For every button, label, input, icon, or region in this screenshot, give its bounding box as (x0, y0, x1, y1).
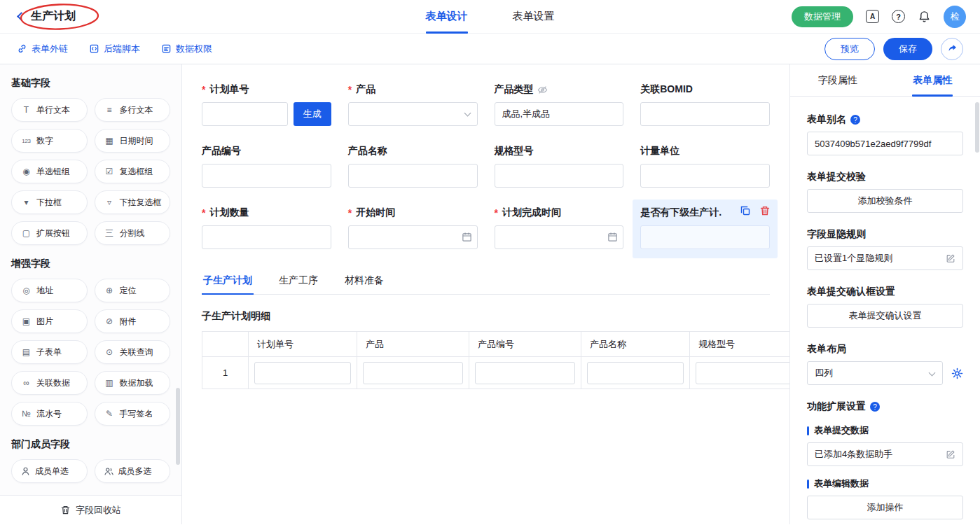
canvas-field-spec[interactable]: 规格型号 (495, 144, 624, 188)
product-name-input[interactable] (348, 164, 478, 188)
tab-form-design[interactable]: 表单设计 (426, 0, 468, 34)
canvas-field-sub-plan-flag-selected[interactable]: 是否有下级生产计. (633, 200, 778, 258)
field-item-extend-button[interactable]: ▢扩展按钮 (11, 221, 88, 245)
table-product-input[interactable] (363, 362, 463, 384)
product-type-input[interactable] (495, 102, 624, 126)
field-item-number[interactable]: 123数字 (11, 129, 88, 153)
copy-icon[interactable] (740, 205, 751, 216)
table-spec-input[interactable] (696, 362, 789, 384)
subtab-sub-production-plan[interactable]: 子生产计划 (202, 274, 254, 294)
help-icon[interactable]: ? (892, 10, 905, 23)
canvas-field-product-code[interactable]: 产品编号 (202, 144, 331, 188)
plan-qty-input[interactable] (202, 225, 331, 249)
field-item-signature[interactable]: ✎手写签名 (95, 402, 171, 426)
field-recycle-bin-label: 字段回收站 (76, 504, 121, 517)
tab-field-properties[interactable]: 字段属性 (790, 64, 885, 96)
field-item-address[interactable]: ◎地址 (11, 279, 88, 302)
number-icon: 123 (20, 138, 32, 144)
help-icon[interactable]: ? (870, 402, 880, 412)
finish-time-input[interactable] (495, 225, 624, 249)
submit-data-box[interactable]: 已添加4条数据助手 (807, 442, 963, 466)
table-plan-no-input[interactable] (254, 362, 351, 384)
help-icon[interactable]: ? (850, 115, 860, 125)
field-item-checkbox-group[interactable]: ☑复选框组 (95, 160, 171, 183)
canvas-field-unit[interactable]: 计量单位 (640, 144, 770, 188)
delete-icon[interactable] (759, 205, 771, 216)
bom-id-input[interactable] (640, 102, 770, 126)
product-code-input[interactable] (202, 164, 331, 188)
visibility-rules-box[interactable]: 已设置1个显隐规则 (807, 246, 963, 270)
field-item-multi-line-text[interactable]: ≡多行文本 (95, 98, 171, 122)
subtab-production-process[interactable]: 生产工序 (277, 274, 319, 294)
visibility-rules-label: 字段显隐规则 (807, 228, 963, 241)
backend-script-action[interactable]: 后端脚本 (89, 43, 140, 55)
add-operation-button[interactable]: 添加操作 (807, 496, 963, 519)
edit-icon[interactable] (946, 449, 955, 459)
generate-button[interactable]: 生成 (294, 102, 331, 126)
field-item-member-multi[interactable]: 成员多选 (95, 459, 171, 483)
tab-form-settings[interactable]: 表单设置 (513, 0, 555, 34)
gear-icon[interactable] (951, 368, 963, 379)
canvas-field-product[interactable]: *产品 (348, 83, 478, 126)
edit-icon[interactable] (946, 253, 955, 263)
field-item-serial-number[interactable]: №流水号 (11, 402, 88, 426)
start-time-input[interactable] (348, 225, 478, 249)
canvas-field-plan-qty[interactable]: *计划数量 (202, 206, 331, 249)
field-item-divider[interactable]: 三分割线 (95, 221, 171, 245)
table-product-code-input[interactable] (475, 362, 575, 384)
canvas-field-plan-no[interactable]: *计划单号 生成 (202, 83, 331, 126)
canvas-field-product-name[interactable]: 产品名称 (348, 144, 478, 188)
field-item-data-load[interactable]: ▥数据加载 (95, 371, 171, 395)
sub-plan-flag-input[interactable] (640, 225, 770, 249)
form-alias-label: 表单别名 ? (807, 113, 963, 126)
unit-input[interactable] (640, 164, 770, 188)
field-item-linked-data[interactable]: ∞关联数据 (11, 371, 88, 395)
data-manage-button[interactable]: 数据管理 (792, 6, 853, 27)
field-item-attachment[interactable]: ⊘附件 (95, 309, 171, 333)
bell-icon[interactable] (918, 10, 931, 23)
field-item-linked-query[interactable]: ⊙关联查询 (95, 340, 171, 364)
preview-button[interactable]: 预览 (824, 38, 875, 60)
plan-no-input[interactable] (202, 102, 288, 126)
canvas-field-product-type[interactable]: 产品类型 (495, 83, 624, 126)
spec-input[interactable] (495, 164, 624, 188)
field-item-member-single[interactable]: 成员单选 (11, 459, 88, 483)
share-button[interactable] (941, 38, 963, 60)
tab-form-properties[interactable]: 表单属性 (885, 64, 980, 96)
field-item-radio-group[interactable]: ◉单选钮组 (11, 160, 88, 183)
add-validation-button[interactable]: 添加校验条件 (807, 189, 963, 213)
field-recycle-bin[interactable]: 字段回收站 (0, 495, 181, 524)
back-button[interactable] (14, 10, 28, 24)
panel-scrollbar[interactable] (975, 102, 979, 153)
field-item-image[interactable]: ▣图片 (11, 309, 88, 333)
form-link-action[interactable]: 表单外链 (17, 43, 68, 55)
layout-select[interactable]: 四列 (807, 361, 943, 385)
header-actions: 数据管理 A ? 检 (792, 6, 966, 28)
form-canvas: *计划单号 生成 *产品 产品类型 关联BOMID (182, 64, 789, 524)
canvas-field-finish-time[interactable]: *计划完成时间 (495, 206, 624, 249)
field-item-dropdown[interactable]: ▾下拉框 (11, 190, 88, 214)
field-item-single-line-text[interactable]: T单行文本 (11, 98, 88, 122)
sidebar-scrollbar[interactable] (176, 388, 180, 465)
field-item-datetime[interactable]: ▦日期时间 (95, 129, 171, 153)
table-product-name-input[interactable] (587, 362, 684, 384)
product-select[interactable] (348, 102, 478, 126)
field-item-location[interactable]: ⊕定位 (95, 279, 171, 302)
canvas-field-start-time[interactable]: *开始时间 (348, 206, 478, 249)
canvas-field-bom-id[interactable]: 关联BOMID (640, 83, 770, 126)
save-button[interactable]: 保存 (883, 38, 932, 60)
subtab-material-preparation[interactable]: 材料准备 (343, 274, 385, 294)
submit-data-value: 已添加4条数据助手 (815, 448, 892, 461)
field-item-label: 成员多选 (118, 465, 152, 477)
data-permission-action[interactable]: 数据权限 (161, 43, 212, 55)
field-item-multi-dropdown[interactable]: ▿下拉复选框 (95, 190, 171, 214)
field-item-subform[interactable]: ▤子表单 (11, 340, 88, 364)
form-alias-input[interactable] (807, 132, 963, 155)
field-label-text: 计划完成时间 (502, 206, 561, 219)
column-header-label: 产品名称 (590, 338, 626, 351)
submit-confirm-button[interactable]: 表单提交确认设置 (807, 304, 963, 328)
avatar[interactable]: 检 (944, 6, 966, 28)
tab-form-design-label: 表单设计 (426, 10, 468, 23)
language-icon[interactable]: A (866, 10, 879, 23)
form-validation-label-text: 表单提交校验 (807, 171, 866, 183)
